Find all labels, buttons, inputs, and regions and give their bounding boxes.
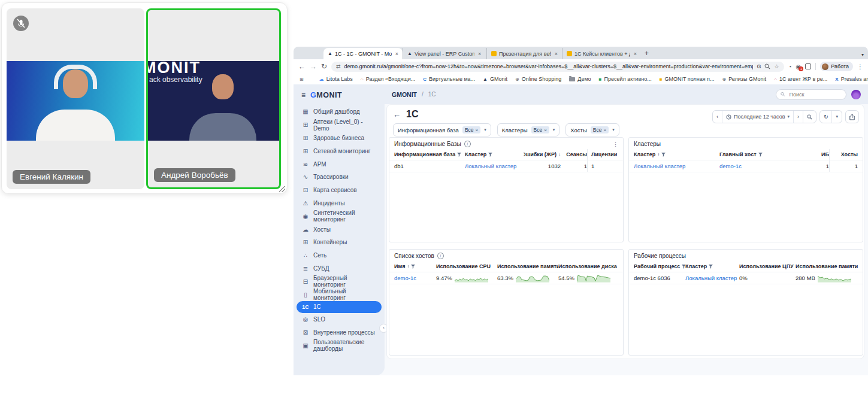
remove-icon[interactable]: × xyxy=(544,127,547,133)
cluster-link[interactable]: Локальный кластер xyxy=(465,163,524,169)
sidebar-item-traces[interactable]: ∿Трассировки xyxy=(294,171,385,184)
filter-hosts[interactable]: Хосты Все× ▾ xyxy=(565,123,619,136)
column-header[interactable]: Информационная база xyxy=(394,151,465,157)
column-header[interactable]: Ошибки (ЖР)↓ xyxy=(524,151,561,157)
search-this-page-icon[interactable] xyxy=(764,63,770,69)
info-icon[interactable]: i xyxy=(464,141,471,147)
breadcrumb-root[interactable]: GMONIT xyxy=(392,91,417,98)
column-header[interactable]: Использование ЦПУ xyxy=(739,263,796,269)
panel-header[interactable]: Информационные Базы i ⋮ xyxy=(389,138,623,149)
time-range-picker[interactable]: Последние 12 часов ▾ xyxy=(722,111,793,123)
sidebar-item-pharmacies[interactable]: ⊞Аптеки (Level_0) - Demo xyxy=(294,119,385,132)
column-header[interactable]: Главный хост xyxy=(719,151,805,157)
column-header[interactable]: ИБ xyxy=(805,151,829,157)
sidebar-item-internal-processes[interactable]: ⊠Внутренние процессы xyxy=(294,326,385,339)
cluster-link[interactable]: Локальный кластер xyxy=(685,275,739,281)
time-shift-back-button[interactable]: ‹ xyxy=(713,111,722,123)
bookmark-item[interactable]: ∴1С агент ЖР в ре... xyxy=(774,76,827,82)
tab-close-icon[interactable]: × xyxy=(477,51,481,57)
browser-tab-active[interactable]: ▲ 1С - 1С - GMONIT - More app × xyxy=(323,48,403,59)
global-search[interactable] xyxy=(776,89,846,100)
window-resize-handle[interactable] xyxy=(279,186,285,192)
refresh-interval-chevron[interactable]: ▾ xyxy=(831,111,842,123)
column-header[interactable]: Использование CPU xyxy=(436,263,497,269)
remove-icon[interactable]: × xyxy=(476,127,479,133)
column-header[interactable]: Кластер↑ xyxy=(634,151,719,157)
user-avatar[interactable] xyxy=(851,90,861,99)
bookmark-star-icon[interactable]: ☆ xyxy=(774,63,779,69)
panel-header[interactable]: Рабочие процессы xyxy=(629,250,863,261)
column-header[interactable]: Использование памяти↓ xyxy=(796,263,858,269)
column-header[interactable]: Кластер xyxy=(465,151,524,157)
host-link[interactable]: demo-1c xyxy=(719,163,805,169)
chevron-down-icon[interactable]: ▾ xyxy=(612,127,615,132)
panel-menu-icon[interactable]: ⋮ xyxy=(613,141,618,147)
back-arrow-icon[interactable]: ← xyxy=(393,110,401,119)
sidebar-item-apm[interactable]: ≋APM xyxy=(294,157,385,171)
search-input[interactable] xyxy=(788,91,842,98)
column-header[interactable]: Хосты xyxy=(829,149,858,160)
sidebar-item-mobile-monitoring[interactable]: ▯Мобильный мониторинг xyxy=(294,288,385,301)
column-header[interactable]: Кластер xyxy=(685,263,739,269)
host-link[interactable]: demo-1c xyxy=(394,275,436,281)
info-icon[interactable]: i xyxy=(437,253,444,259)
browser-menu-icon[interactable]: ⋮ xyxy=(857,63,863,70)
panel-header[interactable]: Кластеры xyxy=(629,138,863,149)
panel-header[interactable]: Список хостов i xyxy=(389,250,623,261)
sidebar-item-network-monitoring[interactable]: ⊞Сетевой мониторинг xyxy=(294,144,385,157)
apps-grid-icon[interactable]: ⊞ xyxy=(300,77,304,82)
back-button[interactable]: ← xyxy=(298,62,306,71)
sidebar-item-slo[interactable]: ◎SLO xyxy=(294,313,385,326)
browser-tab[interactable]: 1С Кейсы клиентов + доп. с × xyxy=(562,48,641,59)
share-button[interactable] xyxy=(846,111,858,123)
column-header[interactable]: Имя↑ xyxy=(394,263,436,269)
sidebar-item-containers[interactable]: ⊞Контейнеры xyxy=(294,236,385,249)
sidebar-item-incidents[interactable]: ⚠Инциденты xyxy=(294,197,385,210)
tab-close-icon[interactable]: × xyxy=(394,51,398,57)
cluster-link[interactable]: Локальный кластер xyxy=(634,163,719,169)
sidebar-item-1c-active[interactable]: 1С1С xyxy=(297,301,382,313)
filter-chip[interactable]: Все× xyxy=(462,126,480,133)
bookmark-item[interactable]: XPresales and Impl... xyxy=(835,76,868,82)
filter-funnel-icon[interactable] xyxy=(661,153,666,157)
time-shift-forward-button[interactable]: › xyxy=(793,111,803,123)
column-header[interactable]: Рабочий процесс xyxy=(634,263,685,269)
bookmark-item[interactable]: ▲GMonit xyxy=(483,76,507,82)
extension-icon-with-badge[interactable]: ◉ 1 xyxy=(796,63,802,70)
sidebar-item-browser-monitoring[interactable]: ⊟Браузерный мониторинг xyxy=(294,275,385,288)
sidebar-item-common-dashboard[interactable]: ▦Общий дашборд xyxy=(294,105,385,119)
filter-infobase[interactable]: Информационная база Все× ▾ xyxy=(393,123,491,136)
bookmark-item[interactable]: ∴Раздел «Входящи... xyxy=(361,76,416,82)
sidebar-item-network[interactable]: ∴Сеть xyxy=(294,249,385,262)
sidebar-item-hosts[interactable]: ☁Хосты xyxy=(294,223,385,236)
forward-button[interactable]: → xyxy=(310,62,317,71)
filter-chip[interactable]: Все× xyxy=(531,126,549,133)
filter-funnel-icon[interactable] xyxy=(709,265,713,269)
remove-icon[interactable]: × xyxy=(603,127,606,133)
bookmark-item[interactable]: ⊕Релизы GMonit xyxy=(722,76,766,82)
browser-tab[interactable]: Презентация для вебинара × xyxy=(486,48,562,59)
bookmark-item[interactable]: ☁Litota Labs xyxy=(319,76,353,82)
column-header[interactable]: Сеансы xyxy=(561,151,587,157)
column-header[interactable]: Использование диска xyxy=(558,263,618,269)
browser-tab[interactable]: ▲ View panel - ERP Custom Da × xyxy=(403,48,486,59)
tab-search-chevron-icon[interactable]: ▾ xyxy=(861,52,864,57)
tab-close-icon[interactable]: × xyxy=(554,51,558,57)
filter-funnel-icon[interactable] xyxy=(411,265,415,269)
sidebar-item-dbms[interactable]: ≣СУБД xyxy=(294,262,385,275)
reload-button[interactable]: ↻ xyxy=(321,62,327,71)
site-info-icon[interactable]: ⇄ xyxy=(336,63,341,69)
profile-chip[interactable]: Работа xyxy=(820,62,853,71)
column-header[interactable]: Использование памяти xyxy=(497,263,558,269)
bookmark-item[interactable]: ■GMONIT полная п... xyxy=(660,76,715,82)
bookmark-item[interactable]: ■Пресейл активно... xyxy=(599,76,652,82)
time-zoom-out-button[interactable] xyxy=(803,111,816,123)
sidebar-item-service-map[interactable]: ⊡Карта сервисов xyxy=(294,184,385,197)
column-header[interactable]: Лицензии xyxy=(587,149,618,160)
refresh-button[interactable]: ↻ xyxy=(820,111,832,123)
translate-icon[interactable]: G xyxy=(757,63,761,69)
extensions-puzzle-icon[interactable] xyxy=(805,63,811,69)
sidebar-item-user-dashboards[interactable]: ▣Пользовательские дашборды xyxy=(294,339,385,353)
chevron-down-icon[interactable]: ▾ xyxy=(553,127,555,132)
bookmark-item[interactable]: Демо xyxy=(569,76,591,82)
